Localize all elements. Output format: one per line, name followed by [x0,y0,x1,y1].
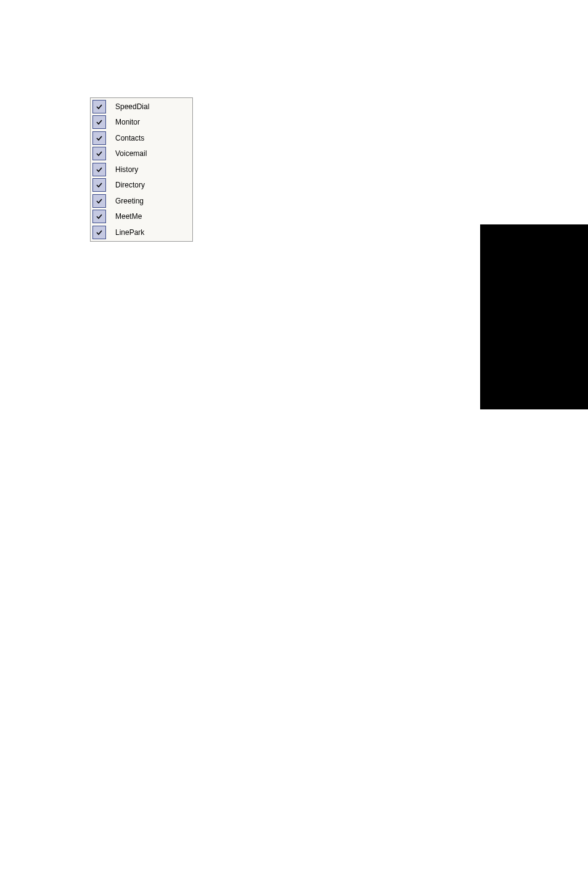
menu-label-greeting: Greeting [115,197,144,205]
menu-item-linepark[interactable]: LinePark [91,224,192,240]
menu-label-meetme: MeetMe [115,212,142,221]
menu-label-history: History [115,165,138,174]
menu-item-greeting[interactable]: Greeting [91,193,192,209]
check-icon [96,134,103,142]
checkbox-contacts[interactable] [92,131,106,145]
menu-label-contacts: Contacts [115,134,144,142]
menu-label-voicemail: Voicemail [115,149,147,158]
menu-label-speeddial: SpeedDial [115,102,149,111]
checkbox-speeddial[interactable] [92,100,106,113]
checkbox-voicemail[interactable] [92,147,106,160]
menu-item-monitor[interactable]: Monitor [91,115,192,131]
menu-item-history[interactable]: History [91,162,192,178]
checkbox-greeting[interactable] [92,194,106,208]
checkbox-directory[interactable] [92,178,106,192]
check-icon [96,118,103,126]
menu-item-meetme[interactable]: MeetMe [91,209,192,225]
menu-label-linepark: LinePark [115,228,144,237]
check-icon [96,197,103,205]
checkbox-linepark[interactable] [92,226,106,239]
checkbox-history[interactable] [92,163,106,176]
check-icon [96,166,103,173]
checkbox-monitor[interactable] [92,115,106,129]
side-panel [480,224,588,409]
checkbox-menu: SpeedDial Monitor Contacts Voicemail [90,97,193,242]
menu-label-monitor: Monitor [115,118,140,126]
check-icon [96,150,103,157]
checkbox-meetme[interactable] [92,210,106,223]
check-icon [96,229,103,236]
menu-item-speeddial[interactable]: SpeedDial [91,99,192,115]
menu-item-voicemail[interactable]: Voicemail [91,146,192,162]
check-icon [96,103,103,110]
menu-item-directory[interactable]: Directory [91,178,192,194]
menu-item-contacts[interactable]: Contacts [91,130,192,146]
check-icon [96,181,103,189]
check-icon [96,213,103,220]
menu-label-directory: Directory [115,181,145,189]
